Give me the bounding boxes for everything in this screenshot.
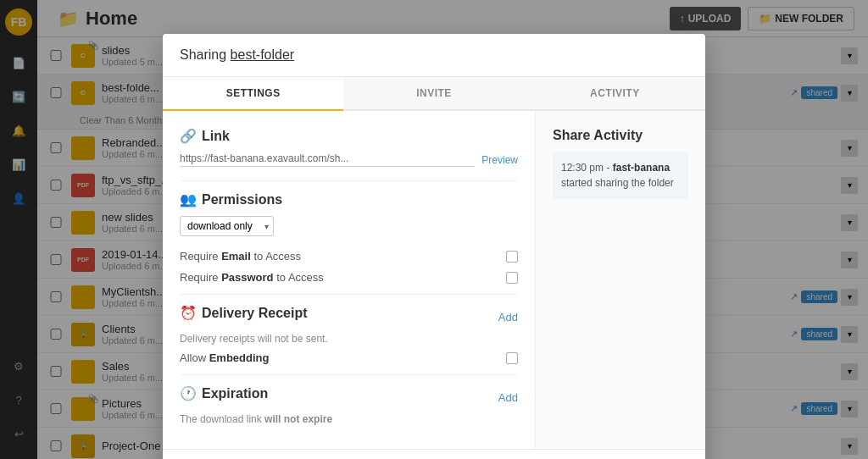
tab-settings[interactable]: SETTINGS bbox=[163, 77, 343, 111]
permissions-title: 👥 Permissions bbox=[180, 191, 518, 207]
modal-tabs: SETTINGS INVITE ACTIVITY bbox=[163, 77, 705, 111]
preview-link[interactable]: Preview bbox=[481, 154, 518, 166]
require-password-row: Require Password to Access bbox=[180, 271, 518, 284]
modal-overlay: Sharing best-folder SETTINGS INVITE ACTI… bbox=[0, 0, 868, 459]
sharing-modal: Sharing best-folder SETTINGS INVITE ACTI… bbox=[163, 34, 705, 459]
modal-left-panel: 🔗 Link https://fast-banana.exavault.com/… bbox=[163, 111, 536, 449]
link-icon: 🔗 bbox=[180, 128, 197, 144]
permissions-dropdown-row: download only upload only full access bbox=[180, 216, 518, 236]
share-activity-box: 12:30 pm - fast-banana started sharing t… bbox=[553, 152, 688, 199]
require-password-label: Require Password to Access bbox=[180, 271, 499, 284]
modal-title: Sharing best-folder bbox=[180, 47, 294, 62]
app-shell: FB 📄 🔄 🔔 📊 👤 ⚙ ? ↩ bbox=[0, 0, 868, 459]
modal-body: 🔗 Link https://fast-banana.exavault.com/… bbox=[163, 111, 705, 449]
allow-embedding-row: Allow Embedding bbox=[180, 351, 518, 364]
divider bbox=[180, 374, 518, 375]
link-section: 🔗 Link https://fast-banana.exavault.com/… bbox=[180, 128, 518, 167]
delivery-section: ⏰ Delivery Receipt Add Delivery receipts… bbox=[180, 305, 518, 364]
require-email-checkbox[interactable] bbox=[506, 251, 518, 263]
modal-footer: DEACTIVATE SHARE CANCEL SAVE CHANGES bbox=[163, 449, 705, 459]
tab-invite[interactable]: INVITE bbox=[343, 77, 524, 111]
allow-embedding-checkbox[interactable] bbox=[506, 352, 518, 364]
expiration-title: 🕐 Expiration bbox=[180, 385, 268, 401]
permissions-icon: 👥 bbox=[180, 191, 197, 207]
permissions-section: 👥 Permissions download only upload only … bbox=[180, 191, 518, 284]
divider bbox=[180, 180, 518, 181]
link-section-title: 🔗 Link bbox=[180, 128, 518, 144]
require-email-row: Require Email to Access bbox=[180, 250, 518, 263]
require-password-checkbox[interactable] bbox=[506, 272, 518, 284]
expiration-add-link[interactable]: Add bbox=[498, 391, 518, 404]
require-email-label: Require Email to Access bbox=[180, 250, 499, 263]
delivery-add-link[interactable]: Add bbox=[498, 311, 518, 324]
link-url: https://fast-banana.exavault.com/sh... bbox=[180, 152, 475, 167]
expiration-section: 🕐 Expiration Add The download link will … bbox=[180, 385, 518, 425]
expiration-description: The download link will not expire bbox=[180, 413, 518, 425]
modal-right-panel: Share Activity 12:30 pm - fast-banana st… bbox=[536, 111, 705, 449]
permissions-dropdown[interactable]: download only upload only full access bbox=[180, 216, 274, 236]
link-row: https://fast-banana.exavault.com/sh... P… bbox=[180, 152, 518, 167]
delivery-description: Delivery receipts will not be sent. bbox=[180, 333, 518, 345]
share-activity-title: Share Activity bbox=[553, 128, 688, 143]
folder-link[interactable]: best-folder bbox=[231, 47, 295, 62]
modal-header: Sharing best-folder bbox=[163, 34, 705, 77]
delivery-title: ⏰ Delivery Receipt bbox=[180, 305, 308, 321]
allow-embedding-label: Allow Embedding bbox=[180, 351, 499, 364]
delivery-icon: ⏰ bbox=[180, 305, 197, 321]
tab-activity[interactable]: ACTIVITY bbox=[525, 77, 705, 111]
expiration-icon: 🕐 bbox=[180, 385, 197, 401]
divider bbox=[180, 294, 518, 295]
